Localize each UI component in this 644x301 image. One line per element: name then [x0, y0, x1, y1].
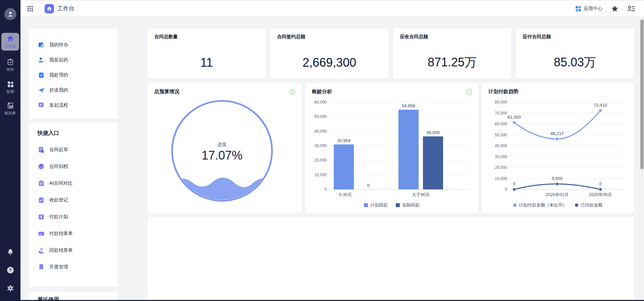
recent-used-panel: 最近使用: [29, 292, 117, 301]
help-button[interactable]: ?: [0, 266, 20, 274]
waffle-menu-icon[interactable]: [28, 6, 33, 11]
rail-item-apps[interactable]: 应用: [1, 78, 19, 96]
rail-item-workbench[interactable]: 工作台: [1, 33, 19, 51]
legend-label: 计划回款: [370, 202, 388, 208]
bar-chart-legend: 计划回款 实际回款: [305, 202, 478, 208]
scrollbar-thumb[interactable]: [640, 19, 644, 169]
invoice-manage-icon: [38, 263, 45, 271]
svg-text:¥: ¥: [41, 248, 42, 250]
payment-settlement-icon: [38, 230, 45, 237]
svg-text:10,000: 10,000: [314, 173, 327, 177]
stat-card-contract-count: 合同总数量 11: [148, 28, 266, 78]
payment-trend-card: 计划付款趋势 010,00020,00030,00040,00050,00060…: [482, 83, 634, 213]
svg-text:进度: 进度: [217, 142, 227, 147]
quick-item-label: 回款结算单: [49, 247, 73, 253]
home-icon: [7, 35, 14, 42]
sidebar-item-cc-me[interactable]: 抄送我的: [38, 82, 117, 98]
svg-text:40,000: 40,000: [495, 143, 507, 148]
stat-value: 85.03万: [516, 47, 634, 78]
help-icon: ?: [6, 266, 14, 274]
rail-item-label: 知识库: [4, 111, 16, 116]
divider: [39, 6, 39, 12]
bottom-empty-panel: [148, 217, 634, 299]
quick-item-ai-contract-compare[interactable]: AI合同对比: [38, 175, 117, 192]
contract-draft-icon: [38, 146, 45, 154]
quick-item-contract-archive[interactable]: 合同归档: [38, 158, 117, 175]
payment-plan-icon: ¥: [38, 213, 45, 221]
svg-text:46,217: 46,217: [550, 131, 564, 136]
sidebar-item-label: 我处理的: [49, 72, 68, 78]
quick-item-payment-settlement[interactable]: 付款结算单: [38, 225, 117, 242]
sidebar-item-label: 发起流程: [49, 102, 68, 108]
svg-text:30,000: 30,000: [495, 155, 507, 159]
svg-text:AI: AI: [10, 106, 12, 108]
refund-settlement-icon: ¥: [38, 247, 45, 254]
left-nav-rail: 工作台 待办 应用 AI 知识库: [0, 0, 20, 301]
workbench-logo[interactable]: [45, 4, 54, 13]
main-content: 合同总数量 11 合同签约总额 2,669,300 应收合同总额 871.25万…: [148, 17, 634, 301]
page-content: 我的待办 我发起的 我处理的: [20, 17, 644, 301]
svg-text:¥: ¥: [40, 215, 42, 219]
page-title: 工作台: [57, 5, 74, 12]
budget-gauge-card: 总预算情况 进度17.07%: [148, 83, 302, 213]
sidebar-item-label: 我发起的: [49, 57, 68, 63]
rail-item-knowledge[interactable]: AI 知识库: [1, 100, 19, 118]
my-initiated-icon: [38, 56, 45, 64]
quick-item-payment-plan[interactable]: ¥ 付款计划: [38, 208, 117, 225]
quick-item-label: 开票管理: [49, 264, 68, 270]
top-bar: 工作台 应用中心: [20, 0, 644, 17]
settings-button[interactable]: [0, 284, 20, 292]
quick-item-contract-draft[interactable]: 合同起草: [38, 141, 117, 158]
svg-text:60,000: 60,000: [314, 100, 327, 105]
vertical-scrollbar[interactable]: [639, 17, 644, 301]
sidebar-item-my-initiated[interactable]: 我发起的: [38, 52, 117, 67]
svg-text:70,000: 70,000: [495, 111, 507, 116]
legend-label: 已付款金额: [581, 202, 602, 208]
svg-text:0-30天: 0-30天: [339, 192, 352, 197]
home-icon: [47, 6, 52, 11]
info-icon[interactable]: [290, 89, 295, 95]
quick-item-label: 付款结算单: [49, 231, 73, 237]
my-processed-icon: [38, 71, 45, 79]
charts-row: 总预算情况 进度17.07% 账龄分析 010,00020,00030,0004…: [148, 83, 634, 213]
app-center-icon: [576, 6, 581, 11]
favorite-star-icon[interactable]: [611, 5, 619, 12]
rail-item-todo[interactable]: 待办: [1, 56, 19, 74]
svg-text:0: 0: [367, 183, 369, 188]
user-avatar[interactable]: [4, 8, 16, 20]
app-center-label: 应用中心: [584, 6, 602, 12]
budget-liquid-gauge: 进度17.07%: [170, 97, 274, 206]
svg-text:10,000: 10,000: [495, 176, 507, 181]
quick-item-receipt-register[interactable]: 收款登记: [38, 192, 117, 208]
sidebar-item-my-processed[interactable]: 我处理的: [38, 67, 117, 82]
stat-card-receivable-amount: 应收合同总额 871.25万: [393, 28, 511, 78]
stat-label: 合同总数量: [154, 34, 259, 40]
user-settings-icon[interactable]: [627, 5, 635, 12]
legend-swatch: [575, 203, 578, 207]
sidebar-item-start-process[interactable]: 发起流程: [38, 98, 117, 113]
svg-text:50,000: 50,000: [314, 114, 327, 119]
quick-item-invoice-manage[interactable]: 开票管理: [38, 259, 117, 276]
notifications-button[interactable]: [0, 248, 20, 256]
legend-label: 计划付款金额（本位币）: [519, 202, 567, 208]
quick-item-refund-settlement[interactable]: ¥ 回款结算单: [38, 242, 117, 259]
stat-card-payable-amount: 应付合同总额 85.03万: [516, 28, 634, 78]
legend-label: 实际回款: [402, 202, 420, 208]
rail-item-label: 待办: [6, 67, 14, 72]
app-center-button[interactable]: 应用中心: [576, 6, 602, 12]
my-flows-panel: 我的待办 我发起的 我处理的: [29, 28, 117, 119]
svg-text:5,000: 5,000: [552, 176, 563, 181]
svg-text:20,000: 20,000: [314, 158, 327, 163]
svg-text:20,000: 20,000: [495, 165, 507, 170]
contract-archive-icon: [38, 163, 45, 170]
my-todo-icon: [38, 41, 45, 49]
line-chart-legend: 计划付款金额（本位币） 已付款金额: [482, 202, 634, 208]
quick-item-label: AI合同对比: [49, 180, 72, 186]
sidebar-item-my-todo[interactable]: 我的待办: [38, 37, 117, 52]
svg-text:80,000: 80,000: [495, 100, 507, 105]
person-icon: [7, 11, 14, 17]
ai-contract-compare-icon: [38, 180, 45, 187]
svg-text:0: 0: [599, 181, 601, 186]
svg-text:61,300: 61,300: [507, 115, 521, 120]
cc-me-icon: [38, 86, 45, 94]
